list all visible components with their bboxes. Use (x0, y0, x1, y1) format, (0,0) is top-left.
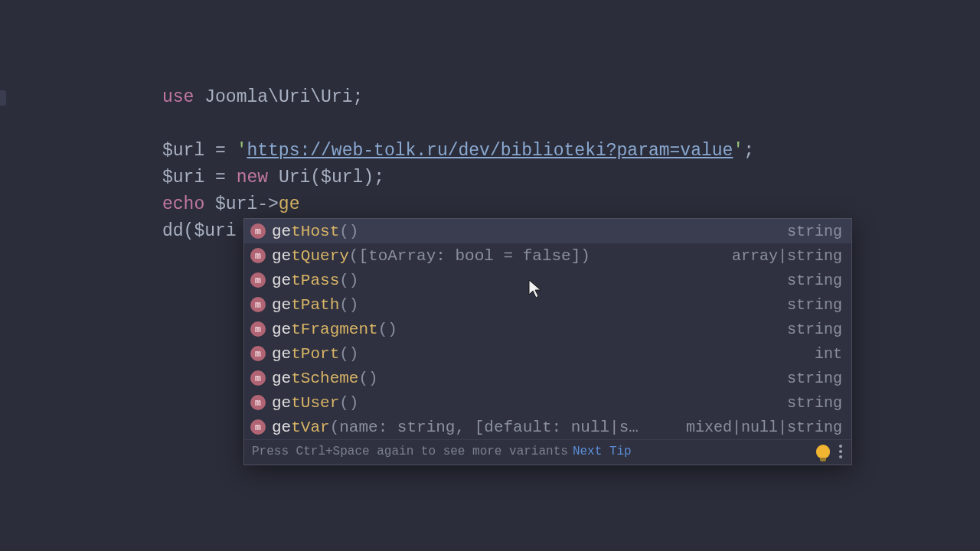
autocomplete-item-params: () (339, 296, 358, 314)
autocomplete-item-name: getUser (272, 394, 339, 412)
autocomplete-item-name: getFragment (272, 321, 378, 338)
autocomplete-item-type: array|string (732, 247, 842, 265)
autocomplete-item-name: getQuery (272, 247, 349, 265)
autocomplete-item-type: string (787, 370, 842, 387)
autocomplete-item[interactable]: mgetVar(name: string, [default: null|s…m… (244, 415, 851, 439)
autocomplete-item-params: () (378, 321, 397, 338)
method-icon: m (250, 223, 266, 239)
autocomplete-item-name: getVar (272, 419, 330, 436)
autocomplete-item-params: () (339, 272, 358, 289)
autocomplete-item[interactable]: mgetPath()string (244, 292, 851, 317)
autocomplete-item-params: () (339, 394, 358, 412)
code-line-blank (162, 111, 980, 138)
method-icon: m (250, 272, 266, 288)
lightbulb-icon[interactable] (816, 445, 830, 458)
autocomplete-item-params: ([toArray: bool = false]) (349, 247, 590, 265)
autocomplete-item-params: () (339, 223, 358, 240)
autocomplete-item-type: mixed|null|string (686, 419, 842, 436)
autocomplete-item-name: getHost (272, 223, 339, 240)
autocomplete-item-type: string (787, 296, 842, 314)
code-line: echo $uri->ge (162, 191, 980, 218)
code-editor[interactable]: use Joomla\Uri\Uri; $url = 'https://web-… (0, 0, 980, 245)
autocomplete-item-name: getPath (272, 296, 339, 314)
keyword-use: use (162, 87, 194, 107)
method-icon: m (250, 248, 266, 263)
autocomplete-item[interactable]: mgetHost()string (244, 219, 851, 243)
autocomplete-item-type: string (787, 223, 842, 240)
autocomplete-item[interactable]: mgetQuery([toArray: bool = false])array|… (244, 243, 851, 268)
autocomplete-item-type: string (787, 272, 842, 289)
autocomplete-item-type: int (815, 345, 842, 363)
autocomplete-item[interactable]: mgetPort()int (244, 341, 851, 366)
autocomplete-item[interactable]: mgetPass()string (244, 268, 851, 292)
footer-tip-text: Press Ctrl+Space again to see more varia… (252, 445, 568, 458)
autocomplete-item-name: getPort (272, 345, 339, 363)
autocomplete-item-params: (name: string, [default: null|s… (330, 419, 639, 436)
method-icon: m (250, 297, 266, 312)
autocomplete-popup[interactable]: mgetHost()stringmgetQuery([toArray: bool… (243, 218, 852, 465)
method-icon: m (250, 395, 266, 410)
typing-cursor-text: ge (279, 194, 300, 214)
code-line: use Joomla\Uri\Uri; (162, 84, 980, 111)
code-line: $url = 'https://web-tolk.ru/dev/bibliote… (162, 138, 980, 165)
method-icon: m (250, 321, 266, 337)
string-url: https://web-tolk.ru/dev/biblioteki?param… (247, 141, 733, 161)
kebab-menu-icon[interactable] (839, 445, 842, 458)
autocomplete-item[interactable]: mgetFragment()string (244, 317, 851, 341)
next-tip-link[interactable]: Next Tip (573, 445, 632, 458)
method-icon: m (250, 419, 266, 435)
code-line: $uri = new Uri($url); (162, 165, 980, 191)
gutter-marker (0, 90, 6, 106)
autocomplete-item[interactable]: mgetScheme()string (244, 366, 851, 390)
autocomplete-item-name: getPass (272, 272, 339, 289)
autocomplete-item-type: string (787, 394, 842, 412)
autocomplete-item-params: () (339, 345, 358, 363)
method-icon: m (250, 346, 266, 361)
autocomplete-item[interactable]: mgetUser()string (244, 390, 851, 415)
method-icon: m (250, 370, 266, 386)
autocomplete-item-type: string (787, 321, 842, 338)
autocomplete-item-name: getScheme (272, 370, 358, 387)
autocomplete-item-params: () (358, 370, 377, 387)
autocomplete-list: mgetHost()stringmgetQuery([toArray: bool… (244, 219, 851, 439)
autocomplete-footer: Press Ctrl+Space again to see more varia… (244, 439, 851, 465)
